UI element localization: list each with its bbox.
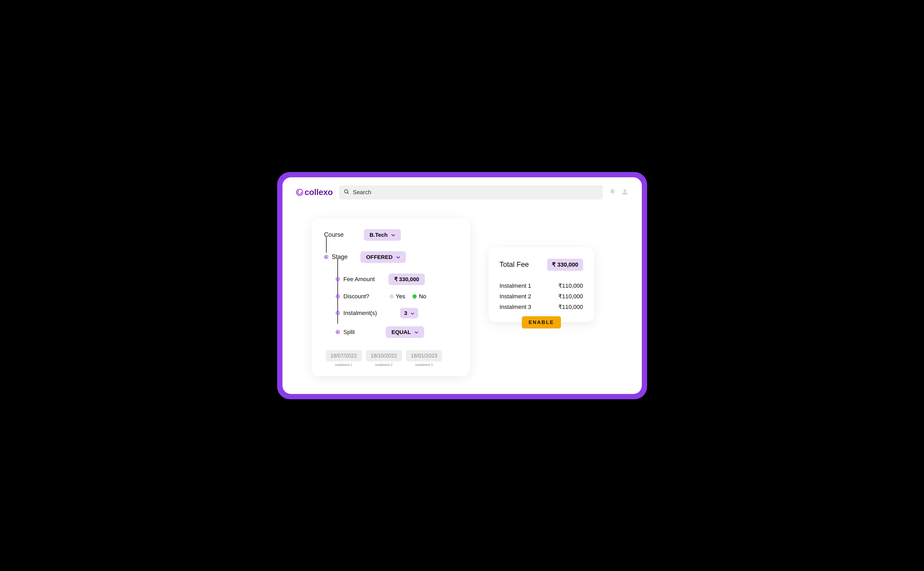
logo: collexo [296,187,333,197]
app-window: collexo [282,177,642,394]
enable-button[interactable]: ENABLE [521,316,561,329]
course-select[interactable]: B.Tech [364,229,401,241]
instalment-row-label: Instalment 1 [500,282,531,289]
discount-row: Discount? Yes No [336,290,460,302]
date-caption: Instalment 1 [335,363,352,367]
bell-icon[interactable] [609,188,616,196]
stage-value: OFFERED [366,254,393,260]
svg-point-5 [623,189,626,192]
logo-text: collexo [305,187,333,197]
total-fee-value: ₹ 330,000 [547,259,583,271]
svg-point-4 [612,193,613,194]
fee-amount-label: Fee Amount [344,276,389,283]
course-label: Course [324,231,364,238]
svg-point-1 [298,190,301,194]
instalment-date-2: 18/10/2022 Instalment 2 [366,350,402,367]
instalments-value: 3 [404,310,407,316]
header-icons [609,188,629,197]
tree-marker-icon [324,255,328,259]
course-value: B.Tech [370,232,388,238]
instalment-row-value: ₹110,000 [558,293,583,300]
discount-no-label: No [419,293,426,300]
chevron-down-icon [391,232,395,238]
split-select[interactable]: EQUAL [386,326,424,338]
instalment-row-label: Instalment 3 [500,304,531,310]
chevron-down-icon [415,329,418,335]
svg-point-2 [344,190,348,193]
instalment-row-value: ₹110,000 [558,282,583,289]
fee-amount-value[interactable]: ₹ 330,000 [389,273,425,285]
search-icon [344,189,350,196]
logo-icon [296,188,304,196]
date-caption: Instalment 2 [375,363,392,367]
search-input[interactable] [353,189,598,196]
config-card: Course B.Tech Stage OFFERED [312,218,470,376]
search-bar[interactable] [339,185,602,199]
discount-label: Discount? [344,293,389,300]
split-row: Split EQUAL [336,324,460,341]
instalment-row: Instalment 2 ₹110,000 [500,293,583,300]
date-caption: Instalment 3 [415,363,432,367]
main-content: Course B.Tech Stage OFFERED [296,218,629,376]
chevron-down-icon [396,254,400,260]
date-input[interactable]: 18/01/2023 [406,350,442,361]
instalment-row-value: ₹110,000 [558,304,583,310]
tree-marker-icon [336,330,340,334]
discount-no-radio[interactable]: No [412,293,426,300]
discount-yes-radio[interactable]: Yes [389,293,405,300]
instalment-date-3: 18/01/2023 Instalment 3 [406,350,442,367]
discount-yes-label: Yes [396,293,405,300]
date-input[interactable]: 18/07/2022 [326,350,362,361]
total-fee-label: Total Fee [500,261,529,269]
instalment-dates: 18/07/2022 Instalment 1 18/10/2022 Insta… [326,350,460,367]
radio-icon [389,294,394,299]
course-row: Course B.Tech [324,229,460,248]
app-frame: collexo [277,172,647,399]
fee-amount-row: Fee Amount ₹ 330,000 [336,271,460,288]
instalment-row-label: Instalment 2 [500,293,531,300]
instalments-label: Instalment(s) [344,310,400,316]
instalments-select[interactable]: 3 [400,308,418,318]
tree-marker-icon [336,294,340,298]
instalment-date-1: 18/07/2022 Instalment 1 [326,350,362,367]
stage-label: Stage [332,253,360,261]
summary-header: Total Fee ₹ 330,000 [500,259,583,271]
split-label: Split [344,329,386,336]
tree-marker-icon [336,277,340,281]
instalment-list: Instalment 1 ₹110,000 Instalment 2 ₹110,… [500,282,583,310]
svg-line-3 [347,192,349,194]
stage-row: Stage OFFERED [324,251,460,268]
discount-radio-group: Yes No [389,293,426,300]
tree-marker-icon [336,311,340,315]
instalments-row: Instalment(s) 3 [336,305,460,321]
chevron-down-icon [411,310,414,316]
user-icon[interactable] [621,188,629,197]
radio-icon [412,294,416,299]
header: collexo [296,185,629,199]
instalment-row: Instalment 1 ₹110,000 [500,282,583,289]
instalment-row: Instalment 3 ₹110,000 [500,304,583,310]
summary-card: Total Fee ₹ 330,000 Instalment 1 ₹110,00… [489,247,594,322]
split-value: EQUAL [392,329,411,335]
date-input[interactable]: 18/10/2022 [366,350,402,361]
stage-select[interactable]: OFFERED [360,251,406,263]
